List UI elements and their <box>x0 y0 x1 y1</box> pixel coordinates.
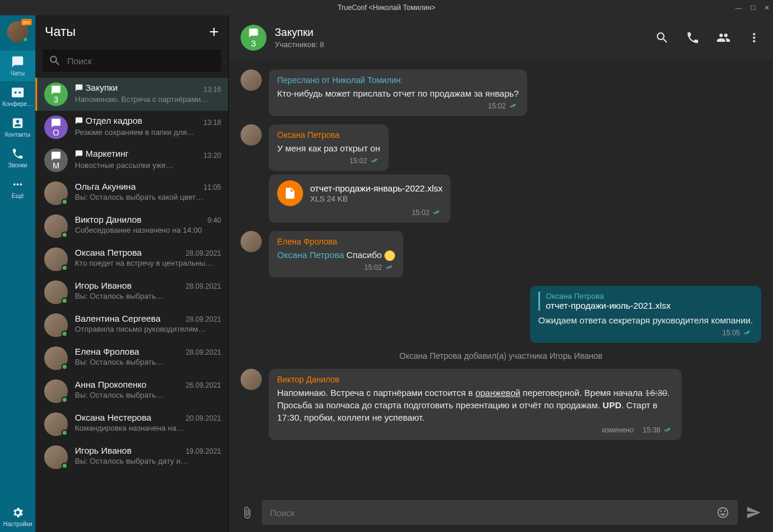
read-icon <box>744 329 753 336</box>
maximize-button[interactable]: ☐ <box>750 4 756 12</box>
nav-contacts[interactable]: Контакты <box>0 112 35 143</box>
chat-item-avatar <box>44 445 68 469</box>
mention[interactable]: Оксана Петрова <box>277 250 344 260</box>
chat-item-avatar: М <box>44 148 68 172</box>
chat-item-avatar: 3 <box>44 82 68 106</box>
send-icon[interactable] <box>746 505 761 520</box>
chat-main: 3 Закупки Участников: 8 Переслано от Ник… <box>229 15 773 532</box>
chat-list-item[interactable]: Елена Фролова28.09.2021Вы: Осталось выбр… <box>35 342 228 375</box>
message[interactable]: Виктор Данилов Напоминаю. Встреча с парт… <box>241 369 761 440</box>
chat-item-avatar: О <box>44 115 68 139</box>
nav-chats[interactable]: Чаты <box>0 51 35 81</box>
chat-item-time: 28.09.2021 <box>186 282 221 290</box>
chat-list-item[interactable]: Ольга Акунина11:05Вы: Осталось выбрать к… <box>35 177 228 210</box>
search-input[interactable] <box>67 56 215 66</box>
chat-list-item[interactable]: ММаркетинг13:20Новостные рассылки уже… <box>35 144 228 177</box>
chat-item-time: 28.09.2021 <box>186 315 221 323</box>
chat-item-preview: Собеседование назначено на 14:00 <box>75 226 221 234</box>
minimize-button[interactable]: — <box>735 4 742 12</box>
composer <box>229 493 773 532</box>
my-message[interactable]: Оксана Петрова отчет-продажи-июль-2021.x… <box>241 286 761 343</box>
close-button[interactable]: ✕ <box>764 4 769 12</box>
emoji-icon[interactable] <box>716 506 729 519</box>
chat-item-avatar <box>44 181 68 205</box>
call-icon[interactable] <box>686 31 700 45</box>
menu-icon[interactable] <box>747 31 761 45</box>
nav-rail: pro Чаты Конфере… Контакты Звонки Ещё На… <box>0 15 35 532</box>
chat-item-name: Игорь Иванов <box>75 445 131 455</box>
chat-avatar[interactable]: 3 <box>241 25 267 51</box>
chat-item-time: 13:20 <box>203 151 221 160</box>
chat-item-time: 11:05 <box>203 183 221 191</box>
message-text: Напоминаю. Встреча с партнёрами состоитс… <box>277 386 673 424</box>
message-time: 15:02 <box>488 102 506 110</box>
chat-list-item[interactable]: Оксана Петрова28.09.2021Кто поедет на вс… <box>35 243 228 276</box>
message-time: 15:02 <box>364 263 382 272</box>
chat-list-item[interactable]: 3Закупки13:16Напоминаю. Встреча с партнё… <box>35 78 228 111</box>
message-time: 15:02 <box>412 209 429 217</box>
chat-item-preview: Отправила письмо руководителям… <box>75 325 221 333</box>
chat-icon <box>11 55 24 68</box>
chat-item-name: Елена Фролова <box>75 346 139 356</box>
chat-item-avatar <box>44 214 68 238</box>
chat-item-time: 26.09.2021 <box>186 381 221 389</box>
sender-avatar[interactable] <box>241 124 262 146</box>
chat-item-time: 13:16 <box>203 85 221 94</box>
chat-item-name: Виктор Данилов <box>75 214 142 224</box>
system-message: Оксана Петрова добавил(а) участника Игор… <box>241 351 761 361</box>
smile-emoji <box>384 250 395 261</box>
chat-list-item[interactable]: Валентина Сергеева28.09.2021Отправила пи… <box>35 309 228 342</box>
message[interactable]: Оксана Петрова У меня как раз открыт он … <box>241 124 761 171</box>
message-input[interactable] <box>270 508 716 518</box>
chat-list-item[interactable]: Игорь Иванов28.09.2021Вы: Осталось выбра… <box>35 276 228 309</box>
chat-list-item[interactable]: Виктор Данилов9:40Собеседование назначен… <box>35 210 228 243</box>
chat-item-avatar <box>44 313 68 337</box>
chat-list-item[interactable]: Игорь Иванов19.09.2021Вы: Осталось выбра… <box>35 441 228 474</box>
chat-item-preview: Напоминаю. Встреча с партнёрами… <box>75 95 221 104</box>
chat-item-preview: Резюме сохраняем в папки для… <box>75 128 221 137</box>
new-chat-button[interactable]: + <box>209 24 219 40</box>
reply-quote[interactable]: Оксана Петрова отчет-продажи-июль-2021.x… <box>538 292 753 310</box>
chat-item-time: 20.09.2021 <box>186 414 221 422</box>
chat-item-name: Валентина Сергеева <box>75 313 160 323</box>
sender-avatar[interactable] <box>241 70 262 91</box>
search-icon <box>48 54 61 67</box>
nav-more[interactable]: Ещё <box>0 173 35 204</box>
nav-conferences[interactable]: Конфере… <box>0 81 35 112</box>
window-title: TrueConf <Николай Томилин> <box>337 4 435 12</box>
chat-item-name: Оксана Нестерова <box>75 412 152 422</box>
message-time: 15:02 <box>350 157 367 165</box>
file-name: отчет-продажи-январь-2022.xlsx <box>310 183 442 193</box>
my-avatar[interactable]: pro <box>7 21 28 42</box>
pro-badge: pro <box>21 19 32 25</box>
chat-item-avatar <box>44 346 68 370</box>
chat-item-avatar <box>44 247 68 271</box>
members-icon[interactable] <box>716 31 731 45</box>
edited-label: изменено <box>602 426 634 434</box>
more-icon <box>11 178 24 191</box>
status-dot <box>22 37 28 42</box>
nav-calls[interactable]: Звонки <box>0 143 35 173</box>
message[interactable]: Елена Фролова Оксана Петрова Спасибо 15:… <box>241 231 761 277</box>
read-icon <box>509 103 519 110</box>
message-file[interactable]: отчет-продажи-январь-2022.xlsx XLS 24 KB… <box>241 174 761 223</box>
chat-list-item[interactable]: Оксана Нестерова20.09.2021Командировка н… <box>35 408 228 441</box>
file-icon[interactable] <box>277 180 303 206</box>
message[interactable]: Переслано от Николай Томилин: Кто-нибудь… <box>241 70 761 116</box>
sender-name: Елена Фролова <box>277 237 395 246</box>
sender-avatar[interactable] <box>241 369 262 390</box>
nav-settings[interactable]: Настройки <box>0 501 35 532</box>
attach-icon[interactable] <box>241 506 254 519</box>
chat-list-item[interactable]: Анна Прокопенко26.09.2021Вы: Осталось вы… <box>35 375 228 408</box>
chats-panel: Чаты + 3Закупки13:16Напоминаю. Встреча с… <box>35 15 229 532</box>
message-time: 15:38 <box>643 426 660 434</box>
sender-avatar[interactable] <box>241 231 262 252</box>
search-chat-icon[interactable] <box>655 31 669 45</box>
search-box[interactable] <box>42 49 221 72</box>
read-icon <box>386 264 395 271</box>
chat-item-time: 28.09.2021 <box>186 348 221 356</box>
chat-item-preview: Командировка назначена на… <box>75 424 221 432</box>
chat-item-preview: Вы: Осталось выбрать… <box>75 391 221 399</box>
chat-list-item[interactable]: ООтдел кадров13:18Резюме сохраняем в пап… <box>35 111 228 144</box>
group-icon <box>248 28 259 38</box>
